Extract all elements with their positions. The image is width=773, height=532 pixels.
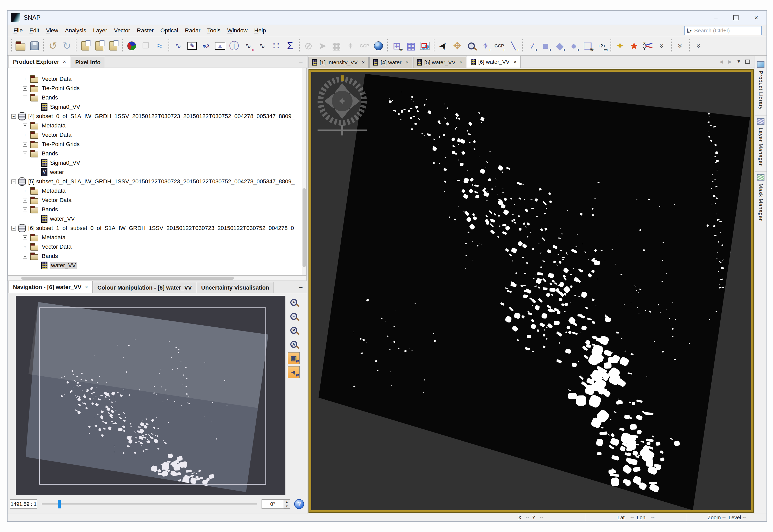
tree-item-label[interactable]: [5] subset_0_of_S1A_IW_GRDH_1SSV_2015012… (28, 178, 295, 185)
graph-builder-icon[interactable]: ⊞✳ (390, 38, 404, 54)
sync-views-button[interactable]: ▣⇄ (288, 352, 300, 364)
zoom-tool-icon[interactable] (464, 38, 478, 54)
tree-item-label[interactable]: water_VV (50, 215, 75, 222)
expand-icon[interactable]: + (23, 142, 27, 147)
tree-row[interactable]: −[5] subset_0_of_S1A_IW_GRDH_1SSV_201501… (8, 177, 306, 186)
search-dropdown-icon[interactable]: ▾ (690, 28, 692, 33)
collapse-icon[interactable]: − (23, 96, 27, 100)
open-product-icon[interactable] (13, 38, 27, 54)
navigation-minimize-button[interactable]: – (299, 283, 303, 291)
navigation-tab-2[interactable]: Uncertainty Visualisation (197, 282, 274, 293)
tree-row[interactable]: water_VV (8, 261, 306, 270)
menu-window[interactable]: Window (224, 26, 251, 35)
geo-coding-icon[interactable]: φ,λ (199, 38, 213, 54)
tree-row[interactable]: +Vector Data (8, 242, 306, 251)
tree-row[interactable]: water_VV (8, 214, 306, 224)
tree-item-label[interactable]: water (50, 169, 64, 176)
close-tab-icon[interactable]: × (406, 60, 409, 65)
world-map-icon[interactable] (418, 38, 432, 54)
tree-item-label[interactable]: [4] subset_0_of_S1A_IW_GRDH_1SSV_2015012… (28, 113, 295, 120)
expand-icon[interactable]: + (23, 245, 27, 249)
image-view-tab-1[interactable]: [4] water× (369, 57, 412, 68)
star-icon[interactable]: ★ (627, 38, 641, 54)
spectrum-view-icon[interactable]: ∿● (241, 38, 255, 54)
save-product-icon[interactable] (27, 38, 41, 54)
tree-row[interactable]: +Tie-Point Grids (8, 84, 306, 93)
close-tab-icon[interactable]: × (513, 59, 516, 65)
navigation-tab-1[interactable]: Colour Manipulation - [6] water_VV (93, 282, 196, 293)
tree-row[interactable]: +Metadata (8, 121, 306, 130)
collapse-icon[interactable]: − (11, 226, 16, 231)
figure-editor-icon[interactable]: ✎ (185, 38, 199, 54)
tree-vertical-scrollbar[interactable] (302, 68, 306, 275)
tree-row[interactable]: −Bands (8, 93, 306, 102)
expand-icon[interactable]: + (23, 235, 27, 240)
tree-item-label[interactable]: Bands (42, 150, 58, 157)
close-tab-icon[interactable]: × (362, 60, 365, 65)
tabs-list-button[interactable]: ▼ (734, 58, 743, 66)
tree-item-label[interactable]: Metadata (42, 234, 66, 241)
rotation-down-icon[interactable]: ▼ (284, 504, 290, 508)
polygon-drawing-icon[interactable]: ◆+ (553, 38, 567, 54)
rotation-spinner[interactable]: ▲ ▼ (284, 499, 290, 509)
tree-row[interactable]: −Bands (8, 251, 306, 261)
expand-icon[interactable]: + (23, 189, 27, 193)
sidebar-tab-layer-manager[interactable]: Layer Manager (755, 116, 767, 172)
expand-icon[interactable]: + (23, 198, 27, 203)
pan-rotate-compass[interactable] (316, 74, 370, 139)
tree-row[interactable]: +Vector Data (8, 196, 306, 205)
tree-item-label[interactable]: Tie-Point Grids (42, 141, 80, 148)
menu-help[interactable]: Help (251, 26, 269, 35)
tree-item-label[interactable]: Metadata (42, 122, 66, 129)
tree-row[interactable]: +Vector Data (8, 74, 306, 84)
image-view-tab-0[interactable]: [1] Intensity_VV× (309, 57, 369, 68)
collapse-icon[interactable]: − (23, 254, 27, 258)
zoom-ratio-input[interactable] (10, 499, 37, 509)
tree-item-label[interactable]: Bands (42, 206, 58, 213)
search-box[interactable]: ▾ (684, 26, 762, 35)
overflow-chevron-2-icon[interactable]: » (674, 38, 688, 54)
pan-tool-icon[interactable]: ✥ (450, 38, 464, 54)
globe-icon[interactable] (371, 38, 385, 54)
export-product-icon[interactable] (106, 38, 120, 54)
import-product-icon[interactable]: + (92, 38, 106, 54)
tree-row[interactable]: Sigma0_VV (8, 158, 306, 168)
search-input[interactable] (694, 27, 764, 34)
tree-item-label[interactable]: Vector Data (42, 76, 71, 82)
expand-icon[interactable]: + (23, 124, 27, 128)
profile-line-icon[interactable]: ∿ (255, 38, 269, 54)
tree-row[interactable]: −Bands (8, 149, 306, 158)
profile-plot-icon[interactable]: ∿ (171, 38, 185, 54)
menu-analysis[interactable]: Analysis (62, 26, 90, 35)
tree-item-label[interactable]: Vector Data (42, 243, 71, 250)
tree-row[interactable]: Sigma0_VV (8, 102, 306, 112)
maximize-button[interactable] (728, 12, 744, 23)
tree-row[interactable]: −Bands (8, 205, 306, 214)
tree-item-label[interactable]: water_VV (50, 262, 77, 269)
zoom-slider[interactable] (42, 503, 257, 505)
polyline-drawing-icon[interactable]: √+ (525, 38, 539, 54)
rotation-input[interactable]: 0° (262, 499, 284, 509)
scatter-plot-icon[interactable]: ∷ (269, 38, 283, 54)
tree-item-label[interactable]: Sigma0_VV (50, 160, 80, 166)
tree-item-label[interactable]: Metadata (42, 188, 66, 194)
sidebar-tab-product-library[interactable]: Product Library (755, 59, 767, 116)
tree-horizontal-scrollbar[interactable] (8, 276, 307, 281)
close-tab-icon[interactable]: × (85, 284, 88, 290)
tree-row[interactable]: +Vector Data (8, 130, 306, 140)
redo-icon[interactable]: ↻ (60, 38, 74, 54)
tree-item-label[interactable]: Bands (42, 253, 58, 260)
zoom-all-button[interactable]: A (288, 338, 300, 350)
sync-cursors-button[interactable]: ➤⇄ (288, 366, 300, 378)
menu-view[interactable]: View (42, 26, 61, 35)
tree-row[interactable]: −[6] subset_1_of_subset_0_of_S1A_IW_GRDH… (8, 224, 306, 233)
zoom-slider-thumb[interactable] (58, 500, 61, 508)
tree-row[interactable]: +Tie-Point Grids (8, 140, 306, 149)
pin-placing-icon[interactable]: ⌖+ (478, 38, 492, 54)
expand-icon[interactable]: + (23, 133, 27, 137)
open-rgb-image-icon[interactable] (125, 38, 139, 54)
menu-raster[interactable]: Raster (133, 26, 157, 35)
collapse-icon[interactable]: − (23, 207, 27, 212)
explorer-minimize-button[interactable]: – (299, 58, 303, 66)
menu-tools[interactable]: Tools (204, 26, 224, 35)
